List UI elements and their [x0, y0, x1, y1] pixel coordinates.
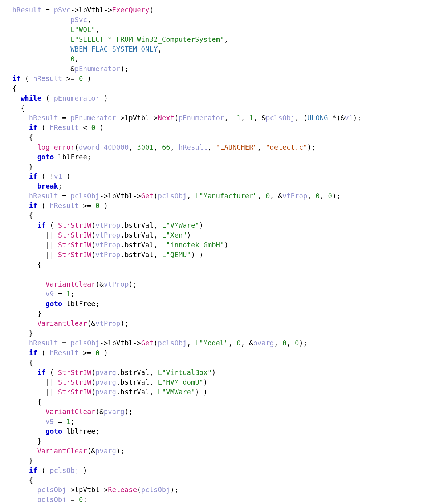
code-line: }	[12, 457, 33, 465]
token-op: =	[41, 6, 54, 14]
token-num: 0	[79, 74, 83, 82]
token-op: .	[120, 221, 124, 229]
token-fn: VariantClear	[46, 280, 95, 288]
token-op	[12, 368, 37, 376]
token-op: )	[99, 202, 108, 210]
token-op: )	[79, 466, 87, 474]
token-op: ->	[99, 486, 108, 494]
token-op: >=	[79, 202, 95, 210]
token-v: hResult	[33, 74, 62, 82]
token-mac: WBEM_FLAG_SYSTEM_ONLY	[70, 45, 158, 53]
code-line: goto lblFree;	[12, 300, 99, 308]
token-op: ,	[320, 192, 328, 200]
token-num: 0	[266, 192, 270, 200]
token-op: ,	[129, 143, 137, 151]
token-v: pclsObj	[70, 192, 99, 200]
token-op: (	[37, 124, 50, 131]
token-op: ;	[87, 153, 91, 161]
token-v: pEnumerator	[179, 114, 224, 122]
token-mem: bstrVal	[125, 251, 154, 259]
token-v: vtProp	[95, 241, 121, 249]
token-op: .	[120, 251, 124, 259]
token-op: (	[46, 221, 58, 229]
token-kw: if	[29, 172, 37, 180]
token-op: ||	[12, 388, 58, 396]
token-lbl: lblFree	[66, 427, 95, 435]
token-op	[12, 290, 46, 298]
code-line: pclsObj = 0;	[12, 495, 87, 502]
token-v: vtProp	[282, 192, 308, 200]
token-op	[12, 172, 29, 180]
token-str: L"Xen"	[162, 231, 187, 239]
code-line: L"WQL",	[12, 25, 99, 33]
token-op: ->	[70, 6, 79, 14]
token-op: (	[21, 74, 33, 82]
token-op: );	[120, 65, 129, 73]
token-op: ,	[154, 251, 162, 259]
token-sstr: "LAUNCHER"	[216, 143, 257, 151]
token-op	[12, 300, 46, 308]
token-kw: if	[37, 368, 46, 376]
code-line: pSvc,	[12, 16, 91, 24]
token-num: 1	[66, 290, 70, 298]
code-line: || StrStrIW(vtProp.bstrVal, L"innotek Gm…	[12, 241, 228, 249]
code-line: if ( hResult >= 0 )	[12, 74, 91, 82]
code-line: }	[12, 437, 41, 445]
token-op	[12, 339, 29, 347]
token-lbl: lblFree	[58, 153, 87, 161]
token-v: pSvc	[70, 16, 87, 24]
token-fn: StrStrIW	[58, 368, 91, 376]
token-num: 0	[328, 192, 332, 200]
code-line: hResult = pclsObj->lpVtbl->Get(pclsObj, …	[12, 339, 307, 347]
token-str: L"VMWare"	[162, 221, 199, 229]
token-v: hResult	[29, 339, 58, 347]
token-v: v9	[46, 290, 54, 298]
token-op: (	[137, 486, 141, 494]
token-op: (	[37, 466, 50, 474]
token-op: ,	[158, 45, 162, 53]
code-line: }	[12, 163, 33, 171]
token-kw: goto	[46, 300, 62, 308]
code-line: if ( hResult >= 0 )	[12, 202, 108, 210]
token-num: 1	[66, 417, 70, 425]
code-line: 0,	[12, 55, 79, 63]
token-op: (	[91, 251, 95, 259]
token-op: (	[91, 368, 95, 376]
token-op: ->	[104, 6, 112, 14]
token-kw: if	[29, 349, 37, 357]
code-line: if ( pclsObj )	[12, 466, 87, 474]
token-v: hResult	[50, 202, 79, 210]
code-line: VariantClear(&vtProp);	[12, 319, 129, 327]
token-num: 0	[295, 339, 299, 347]
token-op: (&	[95, 408, 104, 416]
token-mem: lpVtbl	[108, 339, 133, 347]
token-op	[54, 153, 58, 161]
token-op: =	[58, 192, 70, 200]
token-op: ,	[241, 114, 249, 122]
token-str: L"Manufacturer"	[195, 192, 257, 200]
token-v: v1	[54, 172, 62, 180]
token-op: .	[116, 368, 120, 376]
token-op: ,	[274, 339, 282, 347]
token-v: pclsObj	[141, 486, 170, 494]
token-kw: if	[29, 124, 37, 131]
token-str: L"VirtualBox"	[158, 368, 212, 376]
token-op: )	[99, 349, 108, 357]
token-op: ||	[12, 241, 58, 249]
token-op	[12, 35, 70, 43]
token-op: , &	[241, 339, 253, 347]
token-op: {	[12, 211, 33, 219]
decompiled-code-listing: hResult = pSvc->lpVtbl->ExecQuery( pSvc,…	[0, 0, 448, 502]
code-line: log_error(dword_40D000, 3001, 66, hResul…	[12, 143, 315, 151]
token-op: >=	[62, 74, 79, 82]
token-mem: bstrVal	[125, 221, 154, 229]
token-op: }	[12, 309, 41, 317]
code-line: || StrStrIW(pvarg.bstrVal, L"HVM domU")	[12, 378, 208, 386]
token-op: );	[125, 408, 133, 416]
token-num: 0	[91, 124, 95, 131]
token-v: pvarg	[95, 447, 116, 455]
token-op	[62, 427, 66, 435]
token-op: {	[12, 476, 33, 484]
token-str: L"WQL"	[70, 25, 95, 33]
token-op: ) )	[195, 388, 207, 396]
